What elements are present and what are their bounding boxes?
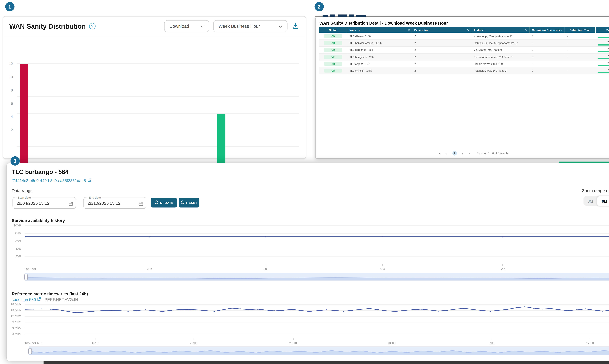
filter-icon[interactable] bbox=[525, 28, 528, 32]
zoom-option-3m[interactable]: 3M bbox=[583, 196, 597, 206]
detail-table: StatusName↑↓DescriptionAddressSaturation… bbox=[319, 27, 609, 74]
device-uuid-link[interactable]: f74414c3-e6d0-449d-8c0c-a55f2851dad5 bbox=[12, 179, 91, 183]
bar-slot bbox=[271, 64, 285, 163]
brush-handle-left[interactable] bbox=[28, 348, 32, 354]
y-axis-tick-label: 3 Mb/s bbox=[12, 332, 21, 336]
device-title: TLC barbarigo - 564 bbox=[12, 169, 68, 175]
name-cell: TLC dibiasi - 1180 bbox=[347, 33, 412, 39]
calendar-icon[interactable] bbox=[68, 200, 73, 208]
zoom-range-control: 3M 6M 1Y bbox=[583, 196, 609, 206]
bar-slot bbox=[45, 64, 59, 163]
background-text-fragment bbox=[349, 14, 354, 17]
x-axis-tick bbox=[392, 338, 392, 340]
column-label: Address bbox=[474, 28, 485, 31]
undo-icon bbox=[180, 200, 185, 205]
end-date-field[interactable]: End date bbox=[83, 197, 146, 209]
y-axis-tick-label: 12 Mb/s bbox=[11, 315, 21, 318]
status-badge: OK bbox=[324, 48, 342, 52]
table-row[interactable]: OKTLC bongiorno - 2562Piazza Abatantuono… bbox=[319, 53, 609, 60]
bar-75%[interactable] bbox=[217, 113, 225, 163]
x-axis-tick-label: Jul bbox=[264, 267, 268, 271]
card-header: WAN Sanity Distribution ? Download Week … bbox=[3, 16, 306, 36]
x-axis-tick-label: 08:00 bbox=[487, 341, 494, 345]
x-axis-tick bbox=[194, 338, 194, 340]
sanity-progress-fill bbox=[597, 44, 609, 45]
start-date-input[interactable] bbox=[16, 197, 61, 208]
pagination-last-button[interactable]: » bbox=[468, 152, 470, 155]
external-link-icon bbox=[37, 297, 41, 302]
x-axis-tick-label: 29/10 bbox=[289, 341, 297, 345]
download-icon bbox=[292, 22, 299, 30]
column-header-description[interactable]: Description bbox=[412, 27, 471, 33]
sanity-cell: 71.31% bbox=[595, 60, 609, 67]
column-header-address[interactable]: Address bbox=[471, 27, 529, 33]
period-dropdown[interactable]: Week Business Hour bbox=[213, 20, 287, 32]
address-cell: Incrocio Raurica, 53 Appartamento 97 bbox=[471, 39, 529, 47]
column-header-name[interactable]: Name↑↓ bbox=[347, 27, 412, 33]
table-row[interactable]: OKTLC barbarigo - 5642Via Adamo, 493 Pia… bbox=[319, 47, 609, 53]
end-date-input[interactable] bbox=[87, 197, 131, 208]
x-axis-tick-label: Aug bbox=[380, 267, 385, 271]
filter-icon[interactable] bbox=[467, 28, 470, 32]
column-header-saturation-occurences[interactable]: Saturation Occurences bbox=[529, 27, 565, 33]
sanity-cell: 71.28% bbox=[595, 39, 609, 47]
column-header-status[interactable]: Status bbox=[319, 27, 347, 33]
table-row[interactable]: OKTLC benigni-faranda - 17962Incrocio Ra… bbox=[319, 39, 609, 47]
x-axis-tick bbox=[491, 338, 491, 340]
table-row[interactable]: OKTLC dibiasi - 11802Vicolo Ioppi, 83 Ap… bbox=[319, 33, 609, 39]
filter-icon[interactable] bbox=[407, 28, 410, 32]
y-axis-tick-label: 100% bbox=[14, 224, 21, 227]
saturation-time-cell: - bbox=[565, 39, 595, 47]
sort-icon[interactable]: ↑↓ bbox=[358, 29, 360, 31]
table-row[interactable]: OKTLC chinnici - 14882Rotonda Marta, 541… bbox=[319, 67, 609, 74]
bar-chart: 24681012 5%10%15%20%25%30%35%40%45%50%55… bbox=[3, 36, 306, 158]
reset-button[interactable]: RESET bbox=[179, 198, 199, 208]
start-date-field[interactable]: Start date bbox=[13, 197, 76, 209]
calendar-icon[interactable] bbox=[139, 200, 143, 208]
status-cell: OK bbox=[319, 33, 347, 39]
pagination-prev-button[interactable]: ‹ bbox=[446, 152, 447, 155]
x-axis-tick-label: 13:20:24 603 bbox=[25, 341, 42, 345]
pagination-first-button[interactable]: « bbox=[439, 152, 441, 155]
description-cell: 2 bbox=[412, 39, 471, 47]
y-axis-tick-label: 4 bbox=[11, 115, 13, 118]
sanity-cell: 71.29% bbox=[595, 53, 609, 60]
y-axis-tick-label: 12 bbox=[9, 62, 13, 66]
column-header-sanity[interactable]: Sanity↑↓ bbox=[595, 27, 609, 33]
x-axis-tick-label: Jun bbox=[147, 267, 152, 271]
y-axis-tick-label: 20% bbox=[15, 255, 21, 258]
table-row[interactable]: OKTLC argenti - 8722Canale Mazzacurati, … bbox=[319, 60, 609, 67]
metric-link[interactable]: speed_in 580 bbox=[12, 297, 41, 302]
saturation-occurrences-cell: 0 bbox=[529, 60, 565, 67]
background-text-fragment bbox=[356, 15, 366, 17]
saturation-occurrences-cell: 0 bbox=[529, 67, 565, 74]
zoom-option-6m[interactable]: 6M bbox=[597, 196, 609, 206]
pagination-next-button[interactable]: › bbox=[462, 152, 463, 155]
pagination-page-1[interactable]: 1 bbox=[452, 151, 457, 156]
brush-handle-left[interactable] bbox=[24, 274, 28, 280]
column-label: Name bbox=[349, 28, 357, 31]
column-label: Status bbox=[329, 28, 337, 31]
timeseries-x-axis: 13:20:24 60316:0020:0029/1004:0008:0012:… bbox=[25, 340, 609, 345]
x-axis-tick-label: 04:00 bbox=[388, 341, 396, 345]
availability-range-brush[interactable] bbox=[25, 273, 609, 281]
sanity-progress-track bbox=[597, 37, 609, 39]
bar-5%[interactable] bbox=[20, 64, 28, 163]
metric-dropdown[interactable]: Download bbox=[164, 20, 209, 32]
column-header-saturation-time[interactable]: Saturation Time bbox=[565, 27, 595, 33]
update-button[interactable]: UPDATE bbox=[151, 198, 177, 208]
chevron-down-icon bbox=[200, 24, 204, 29]
download-chart-button[interactable] bbox=[292, 22, 300, 30]
sanity-progress-fill bbox=[597, 58, 609, 59]
help-icon[interactable]: ? bbox=[89, 23, 95, 29]
availability-y-axis: 100%80%60%40%20% bbox=[7, 224, 23, 261]
x-axis-tick-label: 16:00 bbox=[92, 341, 99, 345]
x-axis-tick bbox=[266, 264, 266, 266]
address-cell: Vicolo Ioppi, 83 Appartamento 56 bbox=[471, 33, 529, 39]
device-uuid: f74414c3-e6d0-449d-8c0c-a55f2851dad5 bbox=[12, 179, 86, 183]
sanity-cell: 71.23% bbox=[595, 33, 609, 39]
y-axis-tick-label: 15 Mb/s bbox=[11, 309, 21, 312]
sanity-cell: 71.33% bbox=[595, 67, 609, 74]
bar-chart-y-axis: 24681012 bbox=[3, 64, 14, 143]
timeseries-range-brush[interactable] bbox=[29, 347, 609, 355]
